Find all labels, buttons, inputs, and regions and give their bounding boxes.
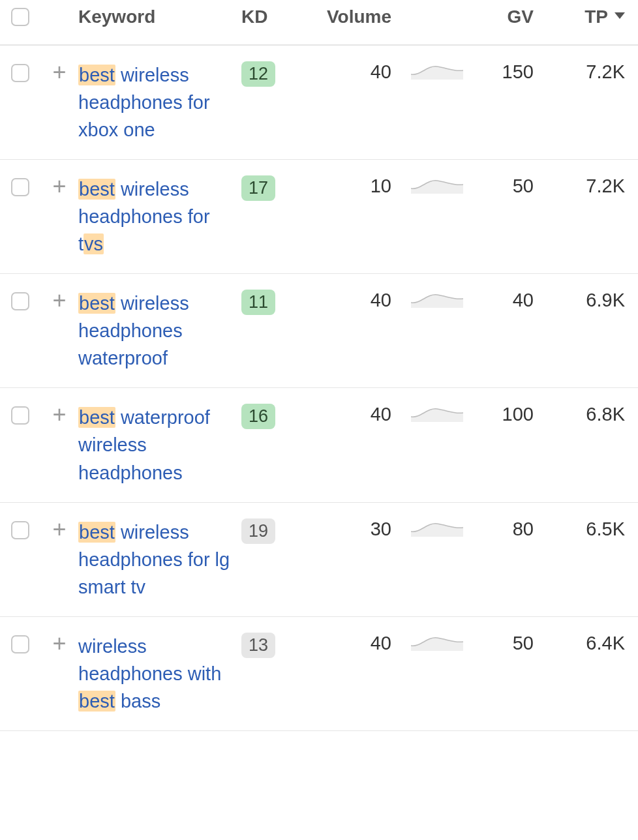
- gv-cell: 50: [476, 633, 539, 654]
- gv-cell: 50: [476, 175, 539, 197]
- kd-cell: 11: [241, 290, 296, 315]
- sort-desc-icon: [615, 12, 625, 19]
- add-icon[interactable]: +: [50, 177, 69, 196]
- trend-sparkline: [411, 290, 463, 308]
- tp-cell: 6.9K: [539, 290, 638, 311]
- table-header-row: Keyword KD Volume GV TP: [0, 0, 638, 46]
- volume-cell: 40: [296, 404, 398, 425]
- trend-sparkline: [411, 175, 463, 194]
- keyword-cell: wireless headphones with best bass: [78, 633, 241, 715]
- kd-cell: 12: [241, 61, 296, 87]
- kd-badge: 16: [241, 404, 275, 429]
- highlight-token: vs: [84, 233, 104, 254]
- kd-badge: 19: [241, 518, 275, 544]
- trend-sparkline: [411, 404, 463, 422]
- trend-sparkline: [411, 61, 463, 80]
- row-checkbox-cell: [0, 61, 40, 82]
- trend-cell: [398, 61, 476, 80]
- header-checkbox-cell: [0, 8, 40, 26]
- gv-cell: 80: [476, 518, 539, 540]
- highlight-token: best: [78, 179, 115, 200]
- column-header-tp[interactable]: TP: [539, 7, 638, 27]
- keyword-cell: best waterproof wireless headphones: [78, 404, 241, 486]
- row-checkbox[interactable]: [11, 292, 29, 310]
- kd-cell: 17: [241, 175, 296, 201]
- volume-cell: 30: [296, 518, 398, 540]
- highlight-token: best: [78, 522, 115, 543]
- column-header-tp-label: TP: [585, 7, 608, 27]
- row-checkbox[interactable]: [11, 64, 29, 82]
- row-add-cell: +: [40, 290, 78, 310]
- table-row: +best wireless headphones waterproof1140…: [0, 274, 638, 388]
- row-add-cell: +: [40, 404, 78, 425]
- tp-cell: 6.5K: [539, 518, 638, 540]
- row-add-cell: +: [40, 61, 78, 82]
- row-add-cell: +: [40, 175, 78, 196]
- kd-badge: 13: [241, 633, 275, 658]
- tp-cell: 7.2K: [539, 61, 638, 83]
- keyword-cell: best wireless headphones for lg smart tv: [78, 518, 241, 601]
- kd-badge: 11: [241, 290, 275, 315]
- gv-cell: 150: [476, 61, 539, 83]
- column-header-keyword[interactable]: Keyword: [78, 7, 241, 27]
- kd-cell: 13: [241, 633, 296, 658]
- add-icon[interactable]: +: [50, 291, 69, 310]
- keyword-link[interactable]: wireless headphones with best bass: [78, 636, 221, 712]
- trend-cell: [398, 290, 476, 308]
- kd-cell: 19: [241, 518, 296, 544]
- keyword-link[interactable]: best waterproof wireless headphones: [78, 407, 210, 483]
- keyword-table: Keyword KD Volume GV TP +best wireless h…: [0, 0, 638, 731]
- row-checkbox-cell: [0, 633, 40, 653]
- keyword-cell: best wireless headphones for tvs: [78, 175, 241, 258]
- table-row: +best wireless headphones for tvs1710507…: [0, 160, 638, 274]
- row-checkbox[interactable]: [11, 521, 29, 539]
- trend-cell: [398, 633, 476, 651]
- highlight-token: best: [78, 407, 115, 428]
- row-add-cell: +: [40, 633, 78, 653]
- keyword-link[interactable]: best wireless headphones waterproof: [78, 293, 189, 368]
- keyword-link[interactable]: best wireless headphones for lg smart tv: [78, 522, 230, 597]
- highlight-token: best: [78, 65, 115, 85]
- row-checkbox[interactable]: [11, 178, 29, 196]
- column-header-gv[interactable]: GV: [476, 7, 539, 27]
- highlight-token: best: [78, 691, 115, 712]
- volume-cell: 40: [296, 633, 398, 654]
- trend-cell: [398, 175, 476, 194]
- row-checkbox[interactable]: [11, 406, 29, 425]
- table-row: +wireless headphones with best bass13405…: [0, 617, 638, 731]
- add-icon[interactable]: +: [50, 634, 69, 653]
- kd-cell: 16: [241, 404, 296, 429]
- keyword-link[interactable]: best wireless headphones for tvs: [78, 179, 210, 254]
- keyword-cell: best wireless headphones for xbox one: [78, 61, 241, 143]
- trend-cell: [398, 518, 476, 537]
- row-checkbox-cell: [0, 404, 40, 425]
- gv-cell: 40: [476, 290, 539, 311]
- select-all-checkbox[interactable]: [11, 8, 29, 26]
- row-add-cell: +: [40, 518, 78, 539]
- trend-sparkline: [411, 518, 463, 537]
- row-checkbox[interactable]: [11, 635, 29, 653]
- volume-cell: 40: [296, 61, 398, 83]
- trend-cell: [398, 404, 476, 422]
- row-checkbox-cell: [0, 175, 40, 196]
- row-checkbox-cell: [0, 518, 40, 539]
- row-checkbox-cell: [0, 290, 40, 310]
- keyword-cell: best wireless headphones waterproof: [78, 290, 241, 372]
- highlight-token: best: [78, 293, 115, 314]
- tp-cell: 6.4K: [539, 633, 638, 654]
- trend-sparkline: [411, 633, 463, 651]
- volume-cell: 10: [296, 175, 398, 197]
- kd-badge: 17: [241, 175, 275, 201]
- volume-cell: 40: [296, 290, 398, 311]
- tp-cell: 6.8K: [539, 404, 638, 425]
- column-header-volume[interactable]: Volume: [296, 7, 398, 27]
- add-icon[interactable]: +: [50, 405, 69, 425]
- add-icon[interactable]: +: [50, 520, 69, 539]
- tp-cell: 7.2K: [539, 175, 638, 197]
- keyword-link[interactable]: best wireless headphones for xbox one: [78, 65, 210, 140]
- table-row: +best wireless headphones for xbox one12…: [0, 46, 638, 160]
- add-icon[interactable]: +: [50, 63, 69, 82]
- gv-cell: 100: [476, 404, 539, 425]
- column-header-kd[interactable]: KD: [241, 7, 296, 27]
- kd-badge: 12: [241, 61, 275, 87]
